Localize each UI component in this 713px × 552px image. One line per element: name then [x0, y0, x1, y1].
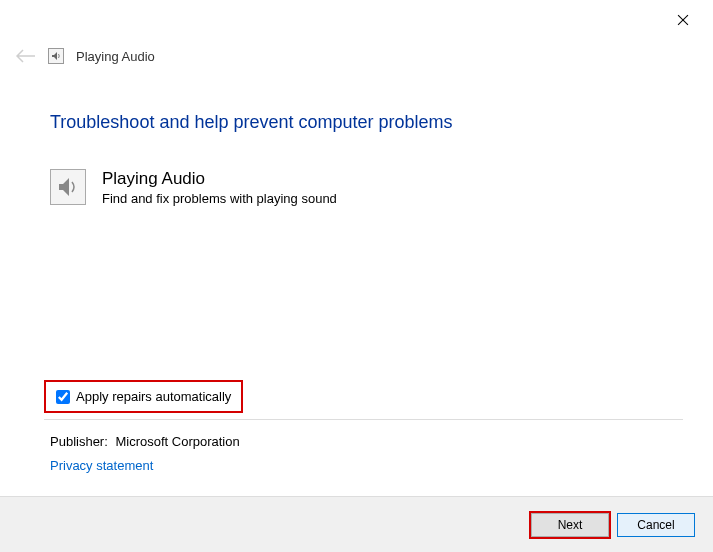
- audio-icon: [48, 48, 64, 64]
- troubleshooter-title: Playing Audio: [102, 169, 337, 189]
- apply-repairs-label[interactable]: Apply repairs automatically: [76, 389, 231, 404]
- publisher-value: Microsoft Corporation: [115, 434, 239, 449]
- close-button[interactable]: [675, 12, 691, 28]
- publisher-info: Publisher: Microsoft Corporation: [50, 434, 240, 449]
- apply-repairs-checkbox[interactable]: [56, 390, 70, 404]
- next-button[interactable]: Next: [531, 513, 609, 537]
- footer-bar: Next Cancel: [0, 496, 713, 552]
- privacy-statement-link[interactable]: Privacy statement: [50, 458, 153, 473]
- cancel-button[interactable]: Cancel: [617, 513, 695, 537]
- playing-audio-icon: [50, 169, 86, 205]
- troubleshooter-item: Playing Audio Find and fix problems with…: [50, 169, 683, 206]
- publisher-label: Publisher:: [50, 434, 108, 449]
- window-title: Playing Audio: [76, 49, 155, 64]
- page-heading: Troubleshoot and help prevent computer p…: [50, 112, 683, 133]
- divider: [44, 419, 683, 420]
- troubleshooter-description: Find and fix problems with playing sound: [102, 191, 337, 206]
- apply-repairs-option[interactable]: Apply repairs automatically: [44, 380, 243, 413]
- back-arrow-icon: [16, 49, 36, 63]
